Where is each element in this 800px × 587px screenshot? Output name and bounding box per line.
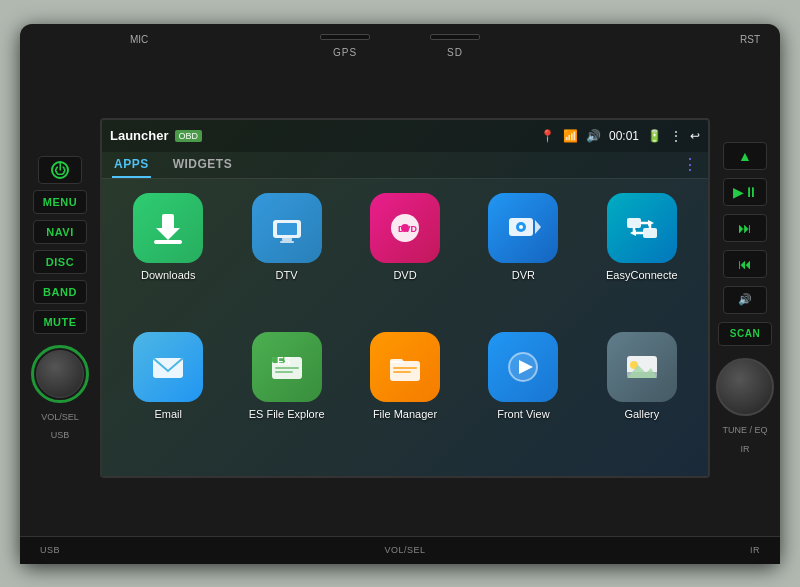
car-head-unit: MIC GPS SD RST ⏻ MENU NAVI DISC — [20, 24, 780, 564]
tab-menu-icon[interactable]: ⋮ — [682, 155, 698, 178]
gps-label: GPS — [333, 47, 357, 58]
svg-rect-25 — [393, 367, 417, 369]
app-dvr[interactable]: DVR — [469, 193, 577, 323]
skip-forward-icon: ⏭ — [738, 220, 752, 236]
svg-marker-11 — [535, 220, 541, 234]
band-button[interactable]: BAND — [33, 280, 87, 304]
app-dtv[interactable]: DTV — [232, 193, 340, 323]
main-row: ⏻ MENU NAVI DISC BAND MUTE VOL/SEL USB — [20, 64, 780, 536]
app-dvd[interactable]: DVD DVD — [351, 193, 459, 323]
status-icons: 📍 📶 🔊 00:01 🔋 ⋮ ↩ — [540, 129, 700, 143]
usb-bottom-label: USB — [40, 545, 60, 555]
launcher-text: Launcher — [110, 128, 169, 143]
dvr-icon — [488, 193, 558, 263]
play-pause-button[interactable]: ▶⏸ — [723, 178, 767, 206]
menu-button[interactable]: MENU — [33, 190, 87, 214]
knob-ring — [31, 345, 89, 403]
usb-label: USB — [51, 430, 70, 440]
app-frontview[interactable]: Front View — [469, 332, 577, 462]
left-controls: ⏻ MENU NAVI DISC BAND MUTE VOL/SEL USB — [20, 156, 100, 440]
dtv-label: DTV — [276, 269, 298, 282]
frontview-label: Front View — [497, 408, 549, 421]
tune-label: TUNE / EQ — [722, 425, 767, 435]
scan-button[interactable]: SCAN — [718, 322, 772, 346]
downloads-icon — [133, 193, 203, 263]
navi-button[interactable]: NAVI — [33, 220, 87, 244]
rst-label: RST — [740, 34, 760, 45]
status-bar: Launcher OBD 📍 📶 🔊 00:01 🔋 ⋮ ↩ — [102, 120, 708, 152]
dvd-icon: DVD — [370, 193, 440, 263]
speaker-icon: 🔊 — [738, 293, 752, 306]
svg-rect-6 — [280, 241, 294, 243]
easyconnect-label: EasyConnecte — [606, 269, 678, 282]
back-icon[interactable]: ↩ — [690, 129, 700, 143]
gps-slot: GPS — [320, 34, 370, 60]
play-pause-icon: ▶⏸ — [733, 184, 758, 200]
svg-rect-26 — [393, 371, 411, 373]
vol-knob-container — [30, 344, 90, 404]
vol-bottom-label: VOL/SEL — [384, 545, 425, 555]
app-email[interactable]: Email — [114, 332, 222, 462]
tune-knob[interactable] — [716, 358, 774, 416]
email-label: Email — [154, 408, 182, 421]
svg-rect-22 — [275, 371, 293, 373]
mic-label: MIC — [130, 34, 148, 45]
obd-badge: OBD — [175, 130, 203, 142]
filemanager-icon — [370, 332, 440, 402]
app-esfile[interactable]: ES ES File Explore — [232, 332, 340, 462]
wifi-icon: 📶 — [563, 129, 578, 143]
esfile-label: ES File Explore — [249, 408, 325, 421]
svg-rect-21 — [275, 367, 299, 369]
frontview-icon — [488, 332, 558, 402]
volume-icon: 🔊 — [586, 129, 601, 143]
power-button[interactable]: ⏻ — [38, 156, 82, 184]
tab-widgets[interactable]: WIDGETS — [171, 152, 235, 178]
svg-rect-4 — [277, 223, 297, 235]
svg-marker-1 — [156, 228, 180, 240]
location-icon: 📍 — [540, 129, 555, 143]
svg-text:DVD: DVD — [398, 224, 418, 234]
svg-rect-15 — [643, 228, 657, 238]
app-easyconnect[interactable]: EasyConnecte — [588, 193, 696, 323]
sd-slot: SD — [430, 34, 480, 60]
app-downloads[interactable]: Downloads — [114, 193, 222, 323]
esfile-icon: ES — [252, 332, 322, 402]
eject-button[interactable]: ▲ — [723, 142, 767, 170]
gps-slot-indicator — [320, 34, 370, 40]
gallery-label: Gallery — [624, 408, 659, 421]
filemanager-label: File Manager — [373, 408, 437, 421]
svg-text:ES: ES — [277, 356, 291, 367]
sd-label: SD — [447, 47, 463, 58]
dvr-label: DVR — [512, 269, 535, 282]
disc-button[interactable]: DISC — [33, 250, 87, 274]
screen: Launcher OBD 📍 📶 🔊 00:01 🔋 ⋮ ↩ APPS — [100, 118, 710, 478]
skip-back-button[interactable]: ⏮ — [723, 250, 767, 278]
app-filemanager[interactable]: File Manager — [351, 332, 459, 462]
skip-back-icon: ⏮ — [738, 256, 752, 272]
speaker-button[interactable]: 🔊 — [723, 286, 767, 314]
mute-button[interactable]: MUTE — [33, 310, 87, 334]
bottom-strip: USB VOL/SEL IR — [20, 536, 780, 564]
svg-point-13 — [519, 225, 523, 229]
app-gallery[interactable]: Gallery — [588, 332, 696, 462]
dvd-label: DVD — [393, 269, 416, 282]
right-controls: ▲ ▶⏸ ⏭ ⏮ 🔊 SCAN TUNE / EQ IR — [710, 142, 780, 454]
gallery-icon — [607, 332, 677, 402]
ir-bottom-label: IR — [750, 545, 760, 555]
email-icon — [133, 332, 203, 402]
easyconnect-icon — [607, 193, 677, 263]
svg-rect-0 — [162, 214, 174, 230]
tab-bar: APPS WIDGETS ⋮ — [102, 152, 708, 179]
top-bar: MIC GPS SD RST — [20, 32, 780, 64]
skip-forward-button[interactable]: ⏭ — [723, 214, 767, 242]
time-display: 00:01 — [609, 129, 639, 143]
dtv-icon — [252, 193, 322, 263]
sd-slot-indicator — [430, 34, 480, 40]
vol-label: VOL/SEL — [41, 412, 79, 422]
power-icon: ⏻ — [51, 161, 69, 179]
battery-icon: 🔋 — [647, 129, 662, 143]
tab-apps[interactable]: APPS — [112, 152, 151, 178]
overflow-menu-icon[interactable]: ⋮ — [670, 129, 682, 143]
eject-icon: ▲ — [738, 148, 752, 164]
svg-rect-5 — [282, 238, 292, 241]
